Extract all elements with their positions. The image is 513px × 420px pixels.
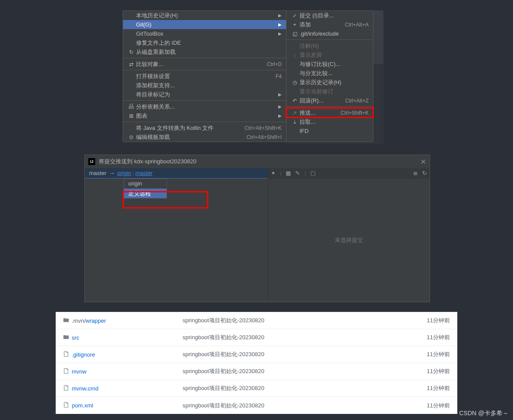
commit-message[interactable]: springboot项目初始化-20230820 (183, 317, 427, 324)
pin-icon[interactable]: ✦ (271, 170, 276, 176)
left-menu-item-10[interactable]: 将目录标记为▶ (123, 90, 286, 99)
↗-icon: ↗ (290, 110, 300, 116)
left-menu-item-4[interactable]: ↻从磁盘重新加载 (123, 47, 286, 56)
品-icon: 品 (127, 103, 136, 110)
list-icon[interactable]: ≣ (413, 170, 418, 176)
left-menu-item-1[interactable]: Git(G)▶ (123, 20, 286, 29)
colon: : (133, 170, 134, 176)
edit-icon[interactable]: ✎ (295, 170, 300, 176)
file-row[interactable]: mvnw.cmdspringboot项目初始化-2023082011分钟前 (56, 380, 457, 397)
right-menu-item-2[interactable]: ◱.git/info/exclude (286, 29, 373, 38)
menu-label: 注解(N) (300, 42, 369, 50)
grid-icon[interactable]: ▦ (286, 170, 291, 176)
menu-label: 编辑模板加载 (136, 133, 243, 141)
menu-separator (123, 70, 286, 70)
menu-label: 显示历史记录(H) (300, 79, 369, 86)
menu-label: 比较对象... (136, 60, 263, 68)
left-menu-item-3[interactable]: 修复文件上的 IDE (123, 38, 286, 47)
menu-label: IFD (300, 128, 369, 134)
left-menu-item-2[interactable]: GitToolBox▶ (123, 29, 286, 38)
file-name[interactable]: src (72, 334, 183, 341)
right-menu-item-8[interactable]: ◷显示历史记录(H) (286, 78, 373, 87)
menu-label: 提交 (I)目录... (300, 12, 369, 20)
✓-icon: ✓ (290, 13, 300, 19)
file-icon (63, 351, 72, 358)
◷-icon: ◷ (290, 79, 300, 86)
⊞-icon: ⊞ (127, 113, 136, 119)
menu-label: 与分支比较... (300, 69, 369, 77)
commit-message[interactable]: springboot项目初始化-20230820 (183, 402, 427, 410)
intellij-icon: IJ (88, 158, 95, 165)
menu-label: 从磁盘重新加载 (136, 48, 282, 56)
left-menu-item-8[interactable]: 打开模块设置F4 (123, 72, 286, 81)
menu-separator (123, 100, 286, 101)
dialog-title: 将提交推送到 kdx-springboot20230820 (99, 158, 197, 165)
menu-separator (123, 58, 286, 58)
⇄-icon: ⇄ (127, 61, 136, 67)
commit-message[interactable]: springboot项目初始化-20230820 (183, 351, 427, 358)
view-icon[interactable]: ▢ (310, 170, 316, 176)
right-menu-item-10[interactable]: ↶回滚(R)...Ctrl+Alt+Z (286, 96, 373, 105)
right-menu-item-12[interactable]: ↗推送...Ctrl+Shift+K (286, 108, 373, 117)
file-row[interactable]: pom.xmlspringboot项目初始化-2023082011分钟前 (56, 397, 457, 414)
commit-message[interactable]: springboot项目初始化-20230820 (183, 367, 427, 375)
file-row[interactable]: mvnwspringboot项目初始化-2023082011分钟前 (56, 363, 457, 380)
left-menu-item-16[interactable]: ⊙编辑模板加载Ctrl+Alt+Shift+I (123, 132, 286, 142)
remote-link[interactable]: origin (117, 170, 131, 176)
menu-separator (286, 40, 373, 40)
context-menu-right: ✓提交 (I)目录...+添加Ctrl+Alt+A◱.git/info/excl… (286, 10, 373, 142)
file-row[interactable]: .mvn/wrapperspringboot项目初始化-2023082011分钟… (56, 312, 457, 329)
menu-label: GitToolBox (136, 30, 276, 37)
right-menu-item-13[interactable]: ⇣拉取... (286, 117, 373, 126)
watermark: CSDN @卡多希～ (459, 410, 509, 417)
↕-icon: ↕ (290, 52, 300, 58)
left-menu-item-9[interactable]: 添加框架支持... (123, 81, 286, 90)
file-list: .mvn/wrapperspringboot项目初始化-2023082011分钟… (56, 312, 457, 414)
commit-message[interactable]: springboot项目初始化-20230820 (183, 384, 427, 392)
branch-to-link[interactable]: master (135, 170, 153, 176)
right-menu-item-6[interactable]: 与修订比较(C)... (286, 60, 373, 69)
push-right-panel: ✦ | ▦ ✎ | ▢ ≣ ↻ 未选择提交 (268, 168, 430, 302)
file-icon (63, 368, 72, 375)
right-menu-item-14[interactable]: IFD (286, 126, 373, 136)
file-name[interactable]: pom.xml (72, 402, 183, 409)
right-menu-item-0[interactable]: ✓提交 (I)目录... (286, 11, 373, 20)
menu-label: 回滚(R)... (300, 97, 342, 105)
folder-icon (63, 317, 72, 324)
left-menu-item-6[interactable]: ⇄比较对象...Ctrl+D (123, 60, 286, 69)
menu-label: 本地历史记录(H) (136, 12, 276, 20)
left-menu-item-0[interactable]: 本地历史记录(H)▶ (123, 11, 286, 20)
⊙-icon: ⊙ (127, 134, 136, 140)
commit-message[interactable]: springboot项目初始化-20230820 (183, 334, 427, 341)
commit-time: 11分钟前 (427, 384, 450, 392)
↻-icon: ↻ (127, 49, 136, 55)
refresh-icon[interactable]: ↻ (422, 170, 427, 176)
menu-label: 将 Java 文件转换为 Kotlin 文件 (136, 124, 241, 132)
no-commit-label: 未选择提交 (268, 179, 430, 302)
file-name[interactable]: mvnw.cmd (72, 385, 183, 392)
push-left-panel: master → origin : master origin 定义远程 (85, 168, 268, 302)
file-name[interactable]: .mvn/wrapper (72, 317, 183, 324)
popup-origin[interactable]: origin (124, 179, 167, 189)
close-icon[interactable]: ✕ (420, 158, 426, 166)
menu-separator (123, 122, 286, 122)
file-row[interactable]: .gitignorespringboot项目初始化-2023082011分钟前 (56, 346, 457, 363)
diff-toolbar: ✦ | ▦ ✎ | ▢ ≣ ↻ (268, 168, 430, 179)
chevron-right-icon: ▶ (278, 113, 282, 118)
menu-shortcut: Ctrl+Alt+Shift+I (247, 134, 282, 140)
branch-bar[interactable]: master → origin : master (85, 168, 268, 179)
◱-icon: ◱ (290, 31, 300, 37)
file-row[interactable]: srcspringboot项目初始化-2023082011分钟前 (56, 329, 457, 346)
right-menu-item-1[interactable]: +添加Ctrl+Alt+A (286, 20, 373, 29)
left-menu-item-13[interactable]: ⊞图表▶ (123, 111, 286, 120)
menu-separator (286, 106, 373, 107)
menu-shortcut: Ctrl+Shift+K (340, 110, 369, 116)
file-name[interactable]: .gitignore (72, 351, 183, 358)
dialog-titlebar: IJ 将提交推送到 kdx-springboot20230820 ✕ (85, 155, 430, 168)
left-menu-item-12[interactable]: 品分析依赖关系...▶ (123, 102, 286, 111)
file-name[interactable]: mvnw (72, 368, 183, 375)
menu-label: Git(G) (136, 21, 276, 28)
menu-label: .git/info/exclude (300, 30, 369, 37)
right-menu-item-7[interactable]: 与分支比较... (286, 69, 373, 78)
left-menu-item-15[interactable]: 将 Java 文件转换为 Kotlin 文件Ctrl+Alt+Shift+K (123, 123, 286, 132)
